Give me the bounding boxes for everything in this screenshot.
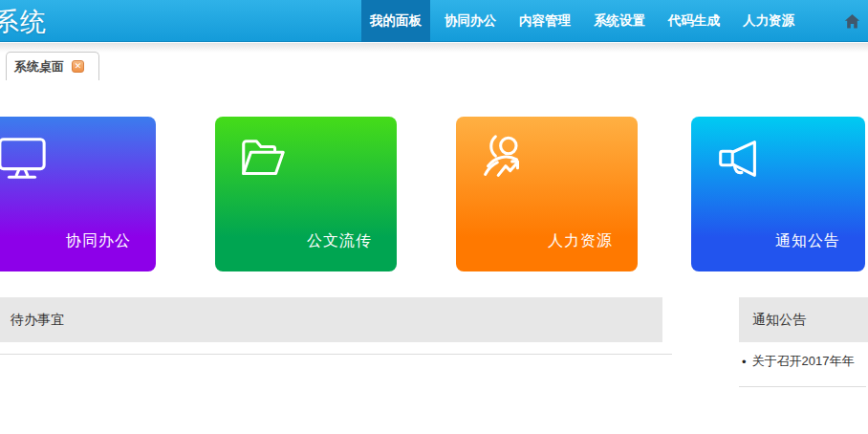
notice-list-item[interactable]: • 关于召开2017年年 — [742, 352, 868, 371]
tile-label: 通知公告 — [775, 231, 840, 251]
nav-item-collab-office[interactable]: 协同办公 — [436, 0, 505, 42]
tile-notice[interactable]: 通知公告 — [691, 117, 865, 271]
person-trend-icon — [478, 133, 530, 184]
tab-close-icon[interactable]: ✕ — [72, 60, 84, 73]
tile-doc-flow[interactable]: 公文流传 — [215, 117, 397, 271]
tile-label: 协同办公 — [66, 231, 131, 251]
megaphone-icon — [713, 133, 765, 184]
todo-panel-divider — [0, 354, 672, 355]
nav-item-content-mgmt[interactable]: 内容管理 — [510, 0, 579, 42]
nav-item-code-gen[interactable]: 代码生成 — [660, 0, 728, 42]
tab-label: 系统桌面 — [14, 58, 64, 76]
top-header: 系统 我的面板 协同办公 内容管理 系统设置 代码生成 人力资源 — [0, 0, 868, 42]
app-title: 系统 — [0, 5, 47, 39]
notice-panel-header: 通知公告 — [739, 297, 868, 342]
nav-item-hr[interactable]: 人力资源 — [734, 0, 803, 42]
nav-item-my-panel[interactable]: 我的面板 — [361, 0, 430, 42]
nav-item-system-settings[interactable]: 系统设置 — [585, 0, 654, 42]
notice-item-text: 关于召开2017年年 — [752, 353, 855, 370]
tile-label: 人力资源 — [548, 231, 613, 251]
app-root: 系统 我的面板 协同办公 内容管理 系统设置 代码生成 人力资源 — [0, 0, 868, 434]
tab-bar: 系统桌面 ✕ — [0, 43, 868, 80]
todo-panel-title: 待办事宜 — [11, 312, 64, 329]
tab-system-desktop[interactable]: 系统桌面 ✕ — [6, 52, 99, 80]
home-icon[interactable] — [837, 0, 867, 42]
bullet-icon: • — [742, 355, 747, 369]
folder-open-icon — [237, 133, 289, 184]
main-nav: 我的面板 协同办公 内容管理 系统设置 代码生成 人力资源 — [361, 0, 868, 42]
tile-collab-office[interactable]: 协同办公 — [0, 117, 156, 271]
monitor-icon — [0, 133, 48, 184]
notice-panel-divider — [739, 386, 866, 387]
notice-panel-title: 通知公告 — [752, 312, 806, 329]
tile-hr[interactable]: 人力资源 — [456, 117, 638, 271]
todo-panel-header: 待办事宜 — [0, 297, 662, 342]
tile-label: 公文流传 — [307, 231, 372, 251]
